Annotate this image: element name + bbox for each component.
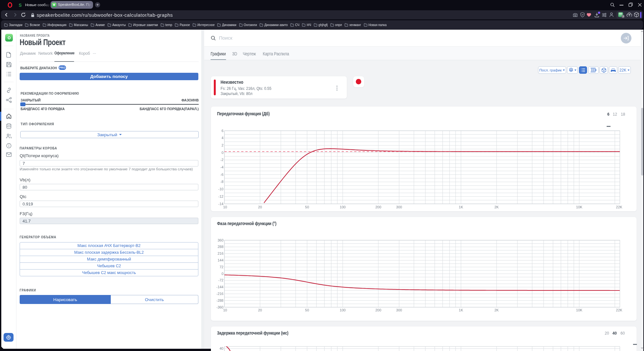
svg-text:200: 200 bbox=[375, 308, 381, 312]
svg-text:22K: 22K bbox=[616, 205, 622, 209]
svg-text:-8: -8 bbox=[220, 180, 223, 184]
svg-text:40: 40 bbox=[220, 346, 223, 350]
svg-text:100: 100 bbox=[340, 205, 346, 209]
svg-text:300: 300 bbox=[396, 308, 402, 312]
svg-text:-14: -14 bbox=[218, 202, 223, 206]
svg-text:72: 72 bbox=[220, 265, 223, 269]
svg-text:-10: -10 bbox=[218, 187, 223, 191]
svg-text:360: 360 bbox=[218, 238, 223, 242]
svg-text:300: 300 bbox=[396, 205, 402, 209]
svg-text:288: 288 bbox=[218, 245, 223, 249]
svg-text:144: 144 bbox=[218, 258, 223, 262]
svg-text:10K: 10K bbox=[576, 308, 582, 312]
svg-text:-2: -2 bbox=[220, 158, 223, 162]
svg-text:4: 4 bbox=[222, 136, 223, 140]
svg-text:-4: -4 bbox=[220, 165, 223, 169]
svg-text:1K: 1K bbox=[459, 205, 463, 209]
svg-text:-288: -288 bbox=[216, 299, 223, 302]
svg-text:1K: 1K bbox=[459, 308, 463, 312]
svg-text:2: 2 bbox=[222, 143, 223, 147]
svg-text:10K: 10K bbox=[576, 205, 582, 209]
svg-text:-6: -6 bbox=[220, 173, 223, 176]
svg-text:100: 100 bbox=[340, 308, 346, 312]
svg-text:2K: 2K bbox=[494, 308, 499, 312]
svg-text:-12: -12 bbox=[218, 194, 223, 198]
svg-text:20: 20 bbox=[258, 308, 262, 312]
svg-text:-216: -216 bbox=[216, 292, 223, 296]
svg-text:-144: -144 bbox=[216, 285, 223, 289]
svg-text:10: 10 bbox=[223, 205, 227, 209]
svg-text:200: 200 bbox=[375, 205, 381, 209]
svg-text:-360: -360 bbox=[216, 305, 223, 309]
svg-text:50: 50 bbox=[305, 205, 309, 209]
svg-text:22K: 22K bbox=[616, 308, 622, 312]
svg-text:-72: -72 bbox=[218, 278, 223, 282]
svg-text:20: 20 bbox=[258, 205, 262, 209]
svg-text:2K: 2K bbox=[494, 205, 499, 209]
svg-text:6: 6 bbox=[222, 129, 223, 133]
svg-text:0: 0 bbox=[222, 272, 223, 276]
svg-text:10: 10 bbox=[223, 308, 227, 312]
svg-text:216: 216 bbox=[218, 251, 223, 255]
svg-text:50: 50 bbox=[305, 308, 309, 312]
svg-text:0: 0 bbox=[222, 151, 223, 155]
